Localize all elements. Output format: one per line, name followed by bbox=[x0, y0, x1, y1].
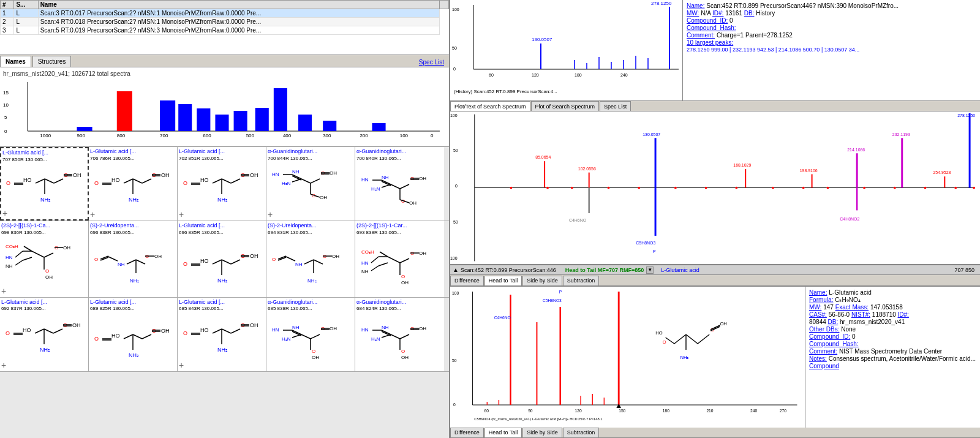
cell-image-1-3: O HO O OH NH₂ bbox=[179, 162, 265, 208]
bottom-other-dbs-label[interactable]: Other DBs: bbox=[809, 326, 839, 333]
svg-point-320 bbox=[608, 187, 610, 189]
peaks-list: 278.1250 999.00 | 232.1193 942.53 | 214.… bbox=[687, 47, 976, 53]
result-cell-1-2[interactable]: L-Glutamic acid [... 706 786R 130.065...… bbox=[89, 147, 178, 221]
result-cell-3-4[interactable]: α-Guanidinoglutari... 685 838R 130.065..… bbox=[266, 298, 355, 371]
cell-plus-1-3[interactable]: + bbox=[179, 210, 265, 219]
svg-text:O: O bbox=[183, 180, 187, 186]
svg-text:OH: OH bbox=[312, 355, 319, 360]
bottom-mw-label[interactable]: MW: bbox=[809, 304, 821, 311]
tab-structures[interactable]: Structures bbox=[32, 56, 72, 67]
svg-text:O: O bbox=[64, 172, 68, 178]
svg-text:10: 10 bbox=[3, 102, 9, 108]
bottom-exact-mass-label[interactable]: Exact Mass: bbox=[835, 304, 869, 311]
svg-text:NH₂: NH₂ bbox=[217, 278, 228, 284]
result-cell-2-3[interactable]: L-Glutamic acid [... 696 835R 130.065...… bbox=[178, 221, 266, 297]
bottom-tab-head-to-tail[interactable]: Head to Tail bbox=[484, 428, 522, 437]
tab-names[interactable]: Names bbox=[0, 56, 31, 67]
dropdown-btn[interactable]: ▼ bbox=[646, 266, 654, 274]
cell-plus-3-1[interactable]: + bbox=[1, 360, 87, 370]
compound-id-label[interactable]: Compound_ID: bbox=[687, 17, 728, 24]
svg-text:60: 60 bbox=[484, 408, 489, 412]
bottom-compound-label[interactable]: Compound bbox=[809, 363, 839, 369]
svg-line-61 bbox=[231, 179, 240, 183]
tab-spec-list[interactable]: Spec List bbox=[600, 101, 631, 111]
svg-text:198.9106: 198.9106 bbox=[800, 168, 818, 173]
svg-text:150: 150 bbox=[619, 408, 625, 412]
name-label[interactable]: Name: bbox=[687, 2, 704, 9]
bottom-tab-side-by-side[interactable]: Side by Side bbox=[522, 428, 562, 437]
svg-text:102.0556: 102.0556 bbox=[578, 167, 596, 172]
tab-plot-text[interactable]: Plot/Text of Search Spectrum bbox=[450, 101, 530, 111]
table-row[interactable]: 1 L Scan:3 RT:0.017 PrecursorScan:2? nMS… bbox=[1, 9, 449, 18]
bottom-exact-mass-value: 147.053158 bbox=[870, 304, 903, 311]
cell-plus-1-4[interactable]: + bbox=[268, 210, 353, 219]
tab-difference[interactable]: Difference bbox=[450, 276, 484, 285]
cell-label-2-3: L-Glutamic acid [... 696 835R 130.065... bbox=[179, 222, 265, 236]
svg-text:O: O bbox=[272, 257, 276, 262]
bottom-nist-label[interactable]: NIST#: bbox=[851, 311, 870, 318]
bottom-compound-id-label[interactable]: Compound_ID: bbox=[809, 333, 850, 340]
svg-text:OH: OH bbox=[332, 254, 339, 259]
spec-list-tab[interactable]: Spec List bbox=[414, 58, 449, 67]
result-cell-2-4[interactable]: (S)-2-Ureidopenta... 694 831R 130.065...… bbox=[266, 221, 355, 297]
tab-plot[interactable]: Plot of Search Spectrum bbox=[531, 101, 600, 111]
bottom-tab-subtraction[interactable]: Subtraction bbox=[563, 428, 600, 437]
compound-link[interactable]: L-Glutamic acid bbox=[661, 267, 699, 273]
bottom-compound-hash-label[interactable]: Compound_Hash: bbox=[809, 341, 859, 347]
svg-text:120: 120 bbox=[575, 408, 582, 412]
bottom-cas-label[interactable]: CAS#: bbox=[809, 311, 827, 318]
svg-text:HO: HO bbox=[655, 330, 662, 335]
svg-text:232.1193: 232.1193 bbox=[892, 132, 910, 137]
info-peaks-header: 10 largest peaks: bbox=[687, 39, 976, 46]
svg-line-136 bbox=[231, 260, 240, 264]
compound-hash-label[interactable]: Compound_Hash: bbox=[687, 25, 736, 31]
bottom-name-label[interactable]: Name: bbox=[809, 289, 827, 296]
result-cell-2-5[interactable]: (2S)-2-[[(1S)-1-Car... 693 838R 130.065.… bbox=[355, 221, 444, 297]
peaks-header-label[interactable]: 10 largest peaks: bbox=[687, 39, 733, 46]
svg-line-188 bbox=[124, 334, 133, 339]
tab-head-to-tail[interactable]: Head to Tail bbox=[484, 276, 522, 285]
db-label[interactable]: DB: bbox=[744, 10, 755, 17]
result-cell-2-1[interactable]: (2S)-2-[[(1S)-1-Ca... 698 836R 130.065..… bbox=[0, 221, 89, 297]
bottom-notes-value: Consensus spectrum, Acetonitrile/Water/F… bbox=[829, 355, 976, 362]
tab-subtraction[interactable]: Subtraction bbox=[563, 276, 600, 285]
svg-line-176 bbox=[44, 329, 53, 333]
bottom-tab-difference[interactable]: Difference bbox=[450, 428, 484, 437]
result-cell-1-1[interactable]: L-Glutamic acid [... 707 850R 130.065...… bbox=[0, 147, 89, 221]
result-cell-1-4[interactable]: α-Guanidinoglutari... 700 844R 130.065..… bbox=[266, 147, 355, 221]
svg-line-75 bbox=[301, 179, 311, 183]
middle-spectrum: 100 50 0 50 100 50 60 70 80 90 100 110 1… bbox=[450, 111, 980, 265]
result-cell-1-5[interactable]: α-Guanidinoglutari... 700 840R 130.065..… bbox=[355, 147, 444, 221]
result-cell-1-3[interactable]: L-Glutamic acid [... 702 851R 130.065...… bbox=[178, 147, 266, 221]
svg-text:240: 240 bbox=[750, 408, 757, 412]
svg-text:OH: OH bbox=[73, 172, 81, 178]
result-cell-3-1[interactable]: L-Glutamic acid [... 692 837R 130.065...… bbox=[0, 298, 89, 371]
cell-plus-3-3[interactable]: + bbox=[179, 360, 265, 370]
cell-plus-2-1[interactable]: + bbox=[1, 286, 87, 296]
svg-text:0: 0 bbox=[453, 402, 456, 406]
svg-rect-16 bbox=[323, 121, 336, 131]
table-row[interactable]: 2 L Scan:4 RT:0.018 PrecursorScan:2? nMS… bbox=[1, 18, 449, 26]
svg-point-321 bbox=[638, 187, 640, 189]
svg-text:HN: HN bbox=[272, 172, 279, 177]
tab-side-by-side[interactable]: Side by Side bbox=[522, 276, 562, 285]
svg-text:O: O bbox=[45, 268, 49, 274]
table-row[interactable]: 3 L Scan:5 RT:0.019 PrecursorScan:2? nMS… bbox=[1, 26, 449, 35]
result-cell-3-2[interactable]: L-Glutamic acid [... 689 825R 130.065...… bbox=[89, 298, 178, 371]
info-panel: Name: Scan:452 RT:0.899 PrecursorScan:44… bbox=[683, 0, 980, 100]
cell-plus-1-2[interactable]: + bbox=[90, 210, 176, 219]
bottom-db-label[interactable]: DB: bbox=[828, 319, 839, 325]
result-cell-2-2[interactable]: (S)-2-Ureidopenta... 696 838R 130.065...… bbox=[89, 221, 178, 297]
svg-rect-15 bbox=[298, 115, 312, 131]
svg-line-175 bbox=[35, 329, 44, 333]
result-cell-3-3[interactable]: L-Glutamic acid [... 685 843R 130.065...… bbox=[178, 298, 266, 371]
svg-text:0: 0 bbox=[453, 67, 456, 71]
bottom-notes-label[interactable]: Notes: bbox=[809, 355, 827, 362]
bottom-id-label[interactable]: ID#: bbox=[898, 311, 909, 318]
svg-text:NH₂: NH₂ bbox=[130, 278, 139, 284]
cell-plus-1-1[interactable]: + bbox=[2, 208, 86, 218]
bottom-formula-label[interactable]: Formula: bbox=[809, 296, 833, 303]
result-cell-3-5[interactable]: α-Guanidinoglutari... 684 824R 130.065..… bbox=[355, 298, 444, 371]
mw-label[interactable]: MW: bbox=[687, 10, 699, 17]
id-label[interactable]: ID#: bbox=[712, 10, 723, 17]
